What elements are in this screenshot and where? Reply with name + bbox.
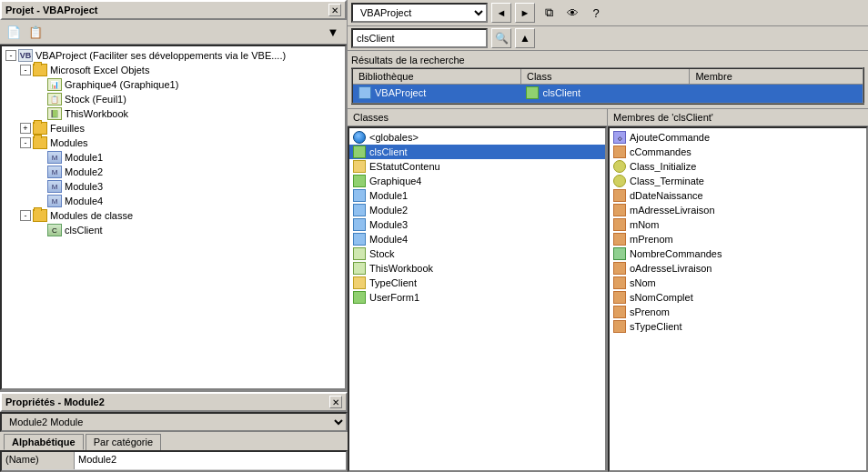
ob-search-btn[interactable]: 🔍 — [491, 28, 511, 48]
tree-item-clsclient[interactable]: C clsClient — [2, 223, 345, 237]
tree-label-clsclient: clsClient — [65, 225, 103, 236]
class-item-clsclient[interactable]: clsClient — [349, 145, 605, 159]
ob-copy-icon[interactable]: ⧉ — [539, 3, 559, 23]
member-item-madresselivraison[interactable]: mAdresseLivraison — [610, 203, 866, 217]
member-item-sprenom[interactable]: sPrenom — [610, 305, 866, 319]
module-icon-4: M — [47, 195, 62, 207]
expand-modules-classe[interactable]: - — [20, 210, 31, 221]
member-item-mnom[interactable]: mNom — [610, 217, 866, 232]
ob-forward-btn[interactable]: ► — [515, 3, 535, 23]
bottom-split: Classes <globales> clsClient EStatutCont… — [348, 109, 868, 472]
ob-search-input[interactable] — [351, 28, 488, 48]
member-label-sprenom: sPrenom — [630, 306, 670, 317]
ob-clear-btn[interactable]: ▲ — [515, 28, 535, 48]
class-item-module3[interactable]: Module3 — [349, 217, 605, 232]
tree-label-graphique4: Graphique4 (Graphique1) — [65, 79, 178, 90]
tab-par-categorie[interactable]: Par catégorie — [86, 434, 161, 450]
member-item-snom[interactable]: sNom — [610, 276, 866, 290]
result-class: clsClient — [520, 85, 689, 105]
props-panel-titlebar: Propriétés - Module2 ✕ — [0, 392, 348, 412]
toolbar-expand[interactable]: ▼ — [323, 22, 343, 42]
class-item-module2[interactable]: Module2 — [349, 203, 605, 217]
module-icon-list-1 — [353, 189, 366, 202]
ob-project-select[interactable]: VBAProject — [351, 3, 488, 23]
member-item-mprenom[interactable]: mPrenom — [610, 232, 866, 246]
class-item-globales[interactable]: <globales> — [349, 130, 605, 145]
result-class-icon — [526, 86, 539, 99]
tree-label-module3: Module3 — [65, 181, 103, 192]
expand-modules[interactable]: - — [20, 137, 31, 148]
class-item-thisworkbook[interactable]: ThisWorkbook — [349, 261, 605, 276]
props-panel-close[interactable]: ✕ — [329, 396, 342, 408]
result-library: VBAProject — [352, 85, 520, 105]
event-icon-nombrecommandes — [613, 247, 626, 260]
member-label-classinit: Class_Initialize — [630, 161, 696, 172]
project-panel-title: Projet - VBAProject — [5, 5, 97, 15]
globe-icon — [353, 131, 366, 144]
tree-item-graphique4[interactable]: 📊 Graphique4 (Graphique1) — [2, 77, 345, 92]
ob-back-btn[interactable]: ◄ — [491, 3, 511, 23]
expand-vbaproject[interactable]: - — [5, 50, 16, 61]
member-label-ajoutecommande: AjouteCommande — [630, 132, 710, 143]
tree-label-module1: Module1 — [65, 152, 103, 163]
project-panel-titlebar: Projet - VBAProject ✕ — [0, 0, 347, 20]
prop-icon-ddatenaissance — [613, 189, 626, 202]
toolbar-view-object[interactable]: 📄 — [4, 22, 24, 42]
tree-label-vbaproject: VBAProject (Faciliter ses développements… — [35, 50, 286, 61]
event-icon-classterminate — [613, 175, 626, 187]
class-label-thisworkbook: ThisWorkbook — [369, 263, 433, 274]
tree-item-modules[interactable]: - Modules — [2, 136, 345, 150]
folder-icon-classe — [33, 209, 47, 222]
result-row-1[interactable]: VBAProject clsClient — [352, 85, 863, 105]
members-panel: Membres de 'clsClient' ⬦ AjouteCommande … — [608, 109, 868, 472]
member-label-ddatenaissance: dDateNaissance — [630, 190, 703, 201]
member-item-classterminate[interactable]: Class_Terminate — [610, 174, 866, 188]
member-label-mprenom: mPrenom — [630, 234, 673, 245]
expand-excel-objets[interactable]: - — [20, 65, 31, 75]
tree-item-vbaproject[interactable]: - VB VBAProject (Faciliter ses développe… — [2, 48, 345, 63]
class-item-estatutcontenu[interactable]: EStatutContenu — [349, 159, 605, 174]
col-header-bibliotheque: Bibliothèque — [352, 68, 520, 85]
tree-item-feuilles[interactable]: + Feuilles — [2, 121, 345, 136]
props-panel-title: Propriétés - Module2 — [5, 397, 105, 407]
sheet-icon-stock: 📋 — [47, 93, 62, 105]
class-item-stock[interactable]: Stock — [349, 246, 605, 261]
member-item-stypeclient[interactable]: sTypeClient — [610, 319, 866, 334]
tree-item-excel-objets[interactable]: - Microsoft Excel Objets — [2, 63, 345, 77]
member-item-ajoutecommande[interactable]: ⬦ AjouteCommande — [610, 130, 866, 145]
tree-item-modules-classe[interactable]: - Modules de classe — [2, 208, 345, 223]
toolbar-toggle-folders[interactable]: 📋 — [25, 22, 45, 42]
class-item-module4[interactable]: Module4 — [349, 232, 605, 246]
ob-help-icon[interactable]: ? — [586, 3, 606, 23]
class-item-graphique4[interactable]: Graphique4 — [349, 174, 605, 188]
class-item-module1[interactable]: Module1 — [349, 188, 605, 203]
tree-label-thisworkbook: ThisWorkbook — [65, 108, 128, 119]
member-item-nombrecommandes[interactable]: NombreCommandes — [610, 246, 866, 261]
props-module-select[interactable]: Module2 Module — [0, 412, 348, 432]
member-item-snomcomplet[interactable]: sNomComplet — [610, 290, 866, 305]
tree-item-module3[interactable]: M Module3 — [2, 179, 345, 194]
class-icon-clsclient-list — [353, 146, 366, 158]
sheet-icon-graphique4: 📊 — [47, 78, 62, 91]
result-lib-icon — [358, 86, 371, 99]
class-item-userform1[interactable]: UserForm1 — [349, 290, 605, 305]
tree-item-stock[interactable]: 📋 Stock (Feuil1) — [2, 92, 345, 106]
tree-item-thisworkbook[interactable]: 📗 ThisWorkbook — [2, 106, 345, 121]
ob-view-icon[interactable]: 👁 — [562, 3, 582, 23]
tab-alphabetique[interactable]: Alphabétique — [4, 434, 84, 450]
tree-item-module2[interactable]: M Module2 — [2, 165, 345, 179]
expand-feuilles[interactable]: + — [20, 123, 31, 134]
folder-icon-excel — [33, 64, 47, 76]
module-icon-3: M — [47, 180, 62, 193]
class-item-typeclient[interactable]: TypeClient — [349, 276, 605, 290]
tree-item-module1[interactable]: M Module1 — [2, 150, 345, 165]
tree-item-module4[interactable]: M Module4 — [2, 194, 345, 208]
member-item-classinit[interactable]: Class_Initialize — [610, 159, 866, 174]
member-item-oadresselivraison[interactable]: oAdresseLivraison — [610, 261, 866, 276]
results-table: Bibliothèque Class Membre VBAProject — [351, 67, 864, 105]
project-panel-close[interactable]: ✕ — [328, 4, 341, 16]
folder-icon-modules — [33, 136, 47, 149]
class-label-module3: Module3 — [369, 219, 408, 230]
member-item-ddatenaissance[interactable]: dDateNaissance — [610, 188, 866, 203]
member-item-ccommandes[interactable]: cCommandes — [610, 145, 866, 159]
